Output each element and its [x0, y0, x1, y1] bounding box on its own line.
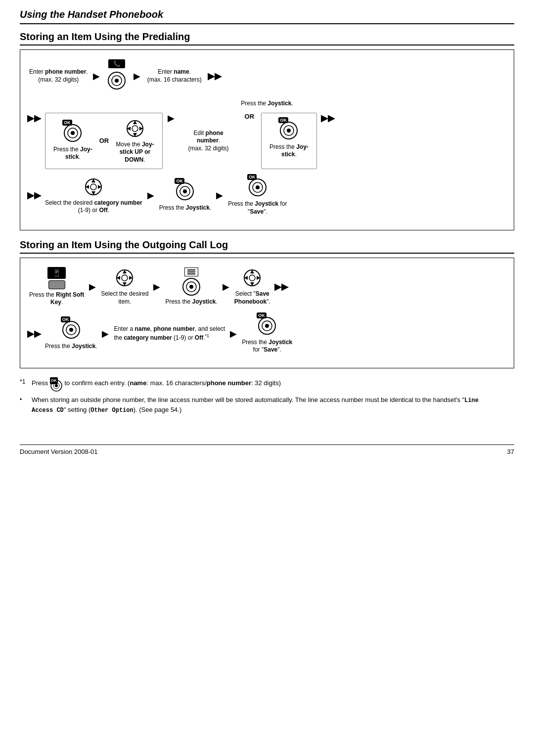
arrow-d2-1: ▶ — [89, 281, 96, 292]
svg-point-46 — [69, 328, 73, 332]
svg-point-39 — [249, 275, 255, 281]
diagram1-row1: Enter phone number.(max. 32 digits) ▶ 📞 — [26, 58, 508, 94]
ok-joystick-right: OK Press the Joy-stick. — [267, 117, 312, 160]
ok-joystick-icon-d2-1 — [62, 320, 81, 339]
step-ok-joystick-cat: OK Press the Joystick. — [156, 178, 214, 213]
ok-joystick-icon-3 — [176, 182, 194, 201]
step-ok-right: OK Press the Joy-stick. — [261, 113, 317, 170]
svg-point-7 — [71, 131, 75, 135]
step-4way-save-phonebook: Select "SavePhonebook". — [231, 267, 273, 307]
ok-joystick-icon-4 — [248, 178, 267, 197]
footnote-1-text: Press OK to confirm each entry. (name: m… — [32, 377, 281, 390]
step-enter-name-phone-cat: Enter a name, phone number, and selectth… — [111, 324, 228, 343]
4way-joystick-icon — [125, 118, 145, 139]
ok-joystick-icon-d2-2 — [258, 316, 276, 335]
double-arrow2: ▶▶ — [27, 113, 41, 170]
step-edit-phone: Edit phonenumber.(max. 32 digits) — [177, 113, 241, 170]
or-text-2: OR — [245, 113, 255, 170]
4way-joystick: Move the Joy-stick UP orDOWN. — [113, 117, 157, 165]
step-enter-phone: Enter phone number.(max. 32 digits) — [26, 67, 91, 85]
double-arrow-d2-1: ▶▶ — [274, 281, 288, 292]
press-joystick-label1: Press the Joystick. — [26, 99, 508, 108]
footnote-1: *1 Press OK to confirm each entry. (name… — [20, 377, 514, 390]
diagram1-row3: ▶▶ Select the desired category number(1-… — [26, 174, 508, 217]
joystick-icon-d2-1 — [182, 277, 201, 296]
section1-heading: Storing an Item Using the Predialing — [20, 31, 514, 45]
step-enter-name: Enter name.(max. 16 characters) — [142, 67, 207, 85]
double-arrow3: ▶▶ — [321, 113, 335, 170]
diagram1-row2: ▶▶ OK Press the Joy-stick. OR — [26, 113, 508, 170]
svg-point-18 — [90, 184, 96, 190]
phone-icon: 📞 — [108, 59, 126, 69]
arrow5: ▶ — [216, 190, 223, 201]
step-ok-joystick-d2-save: OK Press the Joystickfor "Save". — [239, 312, 295, 355]
step-right-soft-key: 📱 Press the Right SoftKey. — [26, 266, 87, 308]
ok-badge-1: OK — [62, 120, 72, 126]
page-footer: Document Version 2008-01 37 — [20, 445, 514, 455]
double-arrow-d2-2: ▶▶ — [27, 328, 41, 339]
ok-badge-d2-1: OK — [61, 316, 71, 322]
double-arrow1: ▶▶ — [208, 71, 222, 82]
svg-point-28 — [256, 185, 260, 189]
ok-joystick-left: OK Press the Joy-stick. — [50, 120, 95, 162]
page-header: Using the Handset Phonebook — [20, 0, 514, 24]
svg-point-25 — [183, 189, 187, 193]
ok-badge-d2-2: OK — [257, 312, 267, 318]
section2-heading: Storing an Item Using the Outgoing Call … — [20, 239, 514, 254]
footnotes-section: *1 Press OK to confirm each entry. (name… — [20, 377, 514, 415]
svg-point-37 — [189, 285, 193, 289]
step-4way-select: Select the desireditem. — [98, 267, 151, 307]
step-ok-joystick-d2: OK Press the Joystick. — [42, 316, 100, 352]
svg-point-52 — [55, 384, 58, 387]
arrow4: ▶ — [147, 190, 154, 201]
svg-text:📞: 📞 — [113, 60, 120, 67]
ok-badge-2: OK — [278, 117, 288, 123]
joystick-icon — [107, 71, 126, 90]
arrow-d2-4: ▶ — [102, 328, 109, 339]
arrow-d2-3: ▶ — [222, 281, 229, 292]
4way-joystick-icon-d2-2 — [242, 267, 263, 288]
footnote-marker-1: *1 — [20, 377, 32, 386]
step-ok-joystick-save: OK Press the Joystick for"Save". — [225, 174, 290, 217]
arrow-d2-5: ▶ — [230, 328, 237, 339]
diagram2: 📱 Press the Right SoftKey. ▶ Select the … — [20, 258, 514, 368]
page-title: Using the Handset Phonebook — [20, 9, 163, 20]
svg-point-30 — [122, 275, 128, 281]
svg-point-49 — [265, 324, 269, 328]
footer-version: Document Version 2008-01 — [20, 448, 98, 455]
arrow1: ▶ — [93, 71, 100, 82]
step-menu-joystick: Press the Joystick. — [162, 267, 220, 307]
diagram2-row1: 📱 Press the Right SoftKey. ▶ Select the … — [26, 266, 508, 308]
svg-point-4 — [115, 79, 119, 83]
or-text-1: OR — [99, 137, 109, 144]
diagram2-row2: ▶▶ OK Press the Joystick. ▶ Enter a name… — [26, 312, 508, 355]
diagram1: Enter phone number.(max. 32 digits) ▶ 📞 — [20, 49, 514, 230]
arrow2: ▶ — [134, 71, 140, 82]
step-joystick-phone: 📞 — [102, 58, 132, 94]
footer-page: 37 — [507, 448, 514, 455]
menu-icon — [184, 267, 198, 276]
step-ok-or-4way: OK Press the Joy-stick. OR — [45, 113, 163, 170]
ok-joystick-footnote: OK — [50, 377, 63, 390]
ok-joystick-icon-1 — [63, 124, 82, 142]
ok-badge-3: OK — [175, 178, 184, 184]
phone-symbol: 📱 — [52, 269, 61, 277]
footnote-bullet-marker: • — [20, 395, 32, 404]
arrow-d2-2: ▶ — [153, 281, 160, 292]
svg-point-9 — [132, 126, 138, 132]
4way-joystick-icon-2 — [83, 177, 104, 197]
svg-point-16 — [287, 129, 291, 133]
footnote-bullet: • When storing an outside phone number, … — [20, 395, 514, 415]
ok-badge-4: OK — [247, 174, 257, 180]
soft-key-rect — [48, 280, 65, 289]
4way-joystick-icon-d2-1 — [114, 267, 135, 288]
arrow3: ▶ — [168, 113, 175, 170]
footnote-bullet-text: When storing an outside phone number, th… — [32, 395, 479, 415]
ok-joystick-icon-2 — [279, 121, 298, 140]
double-arrow4: ▶▶ — [27, 190, 41, 201]
step-4way-category: Select the desired category number(1-9) … — [42, 176, 145, 216]
